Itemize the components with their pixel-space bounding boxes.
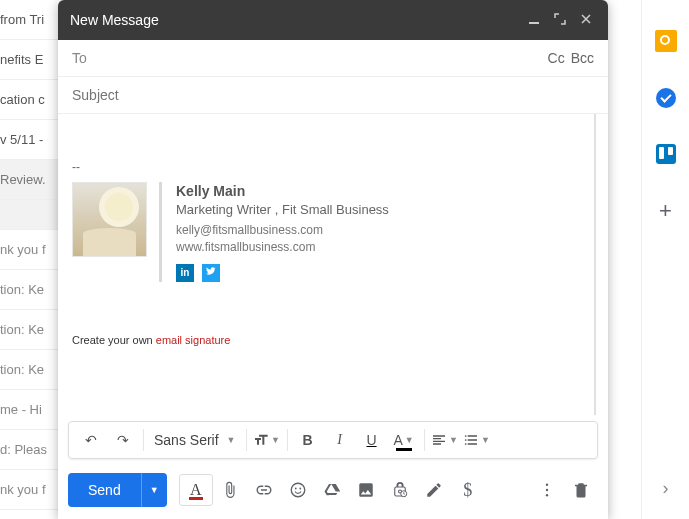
insert-emoji-button[interactable] [281, 474, 315, 506]
minimize-button[interactable] [524, 13, 544, 28]
inbox-row[interactable]: cation c [0, 80, 60, 120]
text-color-button[interactable]: A▼ [388, 425, 420, 455]
twitter-icon[interactable] [202, 264, 220, 282]
compose-window: New Message To Cc Bcc -- Kelly Main Mark… [58, 0, 608, 519]
email-signature-link[interactable]: email signature [156, 334, 231, 346]
insert-signature-button[interactable] [417, 474, 451, 506]
compose-action-bar: Send ▼ A $ [58, 465, 608, 519]
svg-point-10 [546, 494, 548, 496]
send-button[interactable]: Send [68, 473, 141, 507]
side-panel: + › [641, 0, 689, 519]
font-family-select[interactable]: Sans Serif▼ [148, 432, 242, 448]
linkedin-icon[interactable]: in [176, 264, 194, 282]
inbox-row[interactable]: nefits E [0, 40, 60, 80]
inbox-background: from Tri nefits E cation c v 5/11 - Revi… [0, 0, 60, 519]
send-button-group: Send ▼ [68, 473, 167, 507]
send-options-button[interactable]: ▼ [141, 473, 167, 507]
inbox-row[interactable]: tion: Ke [0, 350, 60, 390]
bcc-button[interactable]: Bcc [571, 50, 594, 66]
inbox-row[interactable]: v 5/11 - [0, 120, 60, 160]
confidential-mode-button[interactable] [383, 474, 417, 506]
to-input[interactable] [95, 50, 542, 66]
trello-icon[interactable] [656, 144, 676, 164]
inbox-row[interactable]: Review. [0, 160, 60, 200]
signature-name: Kelly Main [176, 182, 389, 201]
list-button[interactable]: ▼ [461, 425, 493, 455]
font-size-button[interactable]: ▼ [251, 425, 283, 455]
signature-email: kelly@fitsmallbusiness.com [176, 222, 389, 238]
inbox-row[interactable]: from Tri [0, 0, 60, 40]
italic-button[interactable]: I [324, 425, 356, 455]
insert-link-button[interactable] [247, 474, 281, 506]
discard-draft-button[interactable] [564, 474, 598, 506]
inbox-row-blank [0, 200, 60, 230]
attach-file-button[interactable] [213, 474, 247, 506]
more-insert-button[interactable]: $ [451, 474, 485, 506]
compose-header: New Message [58, 0, 608, 40]
svg-rect-0 [529, 22, 539, 24]
align-button[interactable]: ▼ [429, 425, 461, 455]
signature-divider [159, 182, 162, 282]
inbox-row[interactable]: nk you f [0, 230, 60, 270]
svg-point-5 [295, 488, 297, 490]
svg-point-6 [299, 488, 301, 490]
compose-body[interactable]: -- Kelly Main Marketing Writer , Fit Sma… [58, 114, 596, 415]
to-field-row: To Cc Bcc [58, 40, 608, 77]
to-label: To [72, 50, 87, 66]
signature-block: Kelly Main Marketing Writer , Fit Small … [72, 182, 580, 282]
undo-button[interactable]: ↶ [75, 425, 107, 455]
signature-title: Marketing Writer , Fit Small Business [176, 201, 389, 219]
svg-point-3 [465, 443, 467, 445]
subject-input[interactable] [72, 87, 594, 103]
formatting-toggle-button[interactable]: A [179, 474, 213, 506]
fullscreen-button[interactable] [550, 13, 570, 28]
insert-photo-button[interactable] [349, 474, 383, 506]
bold-button[interactable]: B [292, 425, 324, 455]
tasks-icon[interactable] [656, 88, 676, 108]
close-button[interactable] [576, 13, 596, 28]
signature-separator: -- [72, 160, 580, 174]
inbox-row[interactable]: me - Hi [0, 390, 60, 430]
inbox-row[interactable]: tion: Ke [0, 270, 60, 310]
compose-title: New Message [70, 12, 518, 28]
svg-point-2 [465, 439, 467, 441]
svg-point-4 [291, 483, 305, 497]
svg-point-8 [546, 484, 548, 486]
add-addon-button[interactable]: + [655, 200, 677, 222]
inbox-row[interactable]: nk you f [0, 470, 60, 510]
collapse-panel-button[interactable]: › [663, 478, 669, 499]
subject-field-row [58, 77, 608, 114]
redo-button[interactable]: ↷ [107, 425, 139, 455]
signature-website: www.fitsmallbusiness.com [176, 239, 389, 255]
formatting-toolbar: ↶ ↷ Sans Serif▼ ▼ B I U A▼ ▼ ▼ [68, 421, 598, 459]
insert-drive-button[interactable] [315, 474, 349, 506]
keep-icon[interactable] [655, 30, 677, 52]
more-options-button[interactable] [530, 474, 564, 506]
signature-promo: Create your own email signature [72, 334, 580, 346]
cc-button[interactable]: Cc [548, 50, 565, 66]
signature-avatar [72, 182, 147, 257]
inbox-row[interactable]: d: Pleas [0, 430, 60, 470]
underline-button[interactable]: U [356, 425, 388, 455]
inbox-row[interactable]: tion: Ke [0, 310, 60, 350]
svg-point-1 [465, 435, 467, 437]
svg-point-9 [546, 489, 548, 491]
